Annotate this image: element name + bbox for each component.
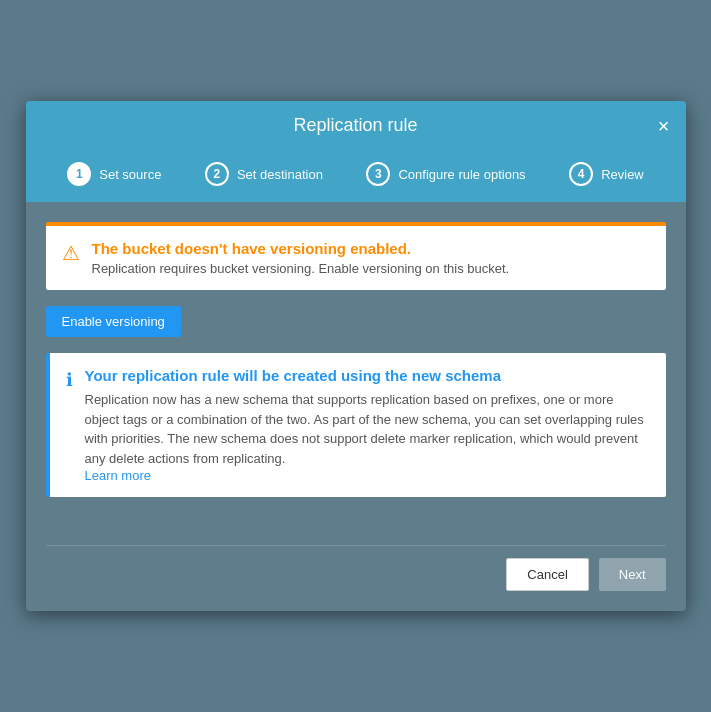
alert-content: The bucket doesn't have versioning enabl… [92,240,510,276]
step-1: 1 Set source [67,162,161,186]
step-4-label: Review [601,167,644,182]
learn-more-link[interactable]: Learn more [85,468,151,483]
step-2-label: Set destination [237,167,323,182]
cancel-button[interactable]: Cancel [506,558,588,591]
step-3: 3 Configure rule options [366,162,525,186]
modal-header: Replication rule × [26,101,686,150]
next-button[interactable]: Next [599,558,666,591]
step-4-circle: 4 [569,162,593,186]
modal-footer: Cancel Next [26,533,686,611]
alert-description: Replication requires bucket versioning. … [92,261,510,276]
versioning-alert: ⚠ The bucket doesn't have versioning ena… [46,222,666,290]
modal-body: ⚠ The bucket doesn't have versioning ena… [26,202,686,533]
step-3-circle: 3 [366,162,390,186]
step-1-circle: 1 [67,162,91,186]
info-description: Replication now has a new schema that su… [85,390,650,468]
step-1-label: Set source [99,167,161,182]
replication-rule-modal: Replication rule × 1 Set source 2 Set de… [26,101,686,611]
step-2-circle: 2 [205,162,229,186]
enable-versioning-button[interactable]: Enable versioning [46,306,181,337]
warning-icon: ⚠ [62,241,80,265]
step-3-label: Configure rule options [398,167,525,182]
steps-bar: 1 Set source 2 Set destination 3 Configu… [26,150,686,202]
info-title: Your replication rule will be created us… [85,367,650,384]
footer-buttons: Cancel Next [46,558,666,591]
new-schema-info: ℹ Your replication rule will be created … [46,353,666,497]
info-content: Your replication rule will be created us… [85,367,650,483]
footer-divider [46,545,666,546]
modal-title: Replication rule [293,115,417,136]
close-button[interactable]: × [658,116,670,136]
step-4: 4 Review [569,162,644,186]
info-icon: ℹ [66,369,73,391]
alert-title: The bucket doesn't have versioning enabl… [92,240,510,257]
step-2: 2 Set destination [205,162,323,186]
